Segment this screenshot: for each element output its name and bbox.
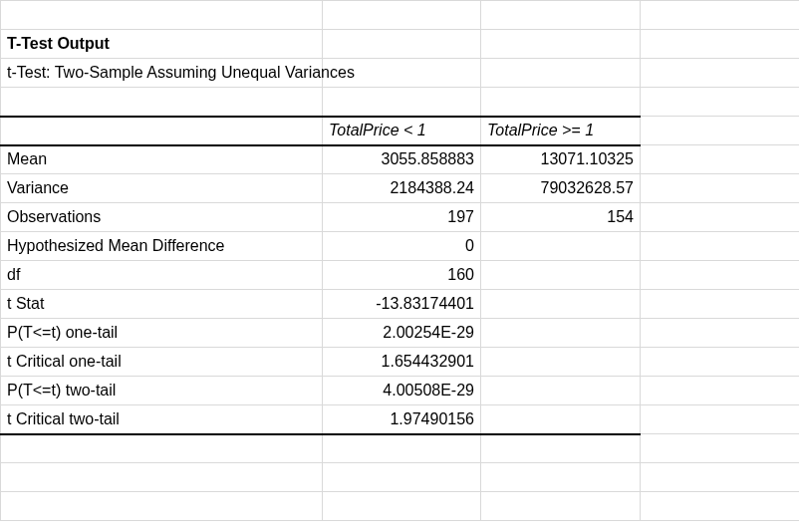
header-row: TotalPrice < 1 TotalPrice >= 1 xyxy=(1,117,800,145)
cell[interactable] xyxy=(641,174,800,203)
cell[interactable] xyxy=(641,319,800,348)
cell[interactable] xyxy=(481,30,641,59)
spreadsheet-grid: T-Test Output t-Test: Two-Sample Assumin… xyxy=(0,0,799,521)
cell[interactable] xyxy=(641,145,800,174)
cell[interactable] xyxy=(1,88,323,117)
data-row: P(T<=t) two-tail 4.00508E-29 xyxy=(1,377,800,405)
grid-row xyxy=(1,434,800,463)
value-g1[interactable]: 197 xyxy=(323,203,481,232)
cell[interactable] xyxy=(641,88,800,117)
grid-row xyxy=(1,1,800,30)
grid-row: T-Test Output xyxy=(1,30,800,59)
cell[interactable] xyxy=(481,463,641,492)
cell[interactable] xyxy=(641,261,800,290)
cell[interactable] xyxy=(481,434,641,463)
value-g2[interactable]: 13071.10325 xyxy=(481,145,641,174)
value-g1[interactable]: 0 xyxy=(323,232,481,261)
title-cell[interactable]: T-Test Output xyxy=(1,30,323,59)
grid-row: t-Test: Two-Sample Assuming Unequal Vari… xyxy=(1,59,800,88)
header-group2[interactable]: TotalPrice >= 1 xyxy=(481,117,641,145)
cell[interactable] xyxy=(323,1,481,30)
value-g1[interactable]: 1.654432901 xyxy=(323,348,481,377)
cell[interactable] xyxy=(323,88,481,117)
row-label[interactable]: df xyxy=(1,261,323,290)
value-g2[interactable] xyxy=(481,348,641,377)
grid-row xyxy=(1,463,800,492)
cell[interactable] xyxy=(641,203,800,232)
cell[interactable] xyxy=(481,1,641,30)
value-g2[interactable] xyxy=(481,319,641,348)
cell[interactable] xyxy=(641,59,800,88)
cell[interactable] xyxy=(641,30,800,59)
value-g2[interactable]: 79032628.57 xyxy=(481,174,641,203)
subtitle-cell[interactable]: t-Test: Two-Sample Assuming Unequal Vari… xyxy=(1,59,323,88)
spreadsheet-viewport: T-Test Output t-Test: Two-Sample Assumin… xyxy=(0,0,799,532)
row-label[interactable]: t Stat xyxy=(1,290,323,319)
data-row: df 160 xyxy=(1,261,800,290)
data-row: t Critical one-tail 1.654432901 xyxy=(1,348,800,377)
value-g2[interactable] xyxy=(481,232,641,261)
cell[interactable] xyxy=(641,492,800,521)
title-text: T-Test Output xyxy=(7,35,110,52)
row-label[interactable]: t Critical one-tail xyxy=(1,348,323,377)
cell[interactable] xyxy=(641,377,800,405)
data-row: Mean 3055.858883 13071.10325 xyxy=(1,145,800,174)
value-g2[interactable] xyxy=(481,405,641,434)
cell[interactable] xyxy=(641,405,800,434)
value-g2[interactable] xyxy=(481,261,641,290)
cell[interactable] xyxy=(323,463,481,492)
header-group1[interactable]: TotalPrice < 1 xyxy=(323,117,481,145)
value-g2[interactable]: 154 xyxy=(481,203,641,232)
cell[interactable] xyxy=(641,434,800,463)
data-row: t Stat -13.83174401 xyxy=(1,290,800,319)
data-row: Observations 197 154 xyxy=(1,203,800,232)
data-row: t Critical two-tail 1.97490156 xyxy=(1,405,800,434)
cell[interactable] xyxy=(1,434,323,463)
grid-row xyxy=(1,88,800,117)
cell[interactable] xyxy=(641,117,800,145)
cell[interactable] xyxy=(323,30,481,59)
row-label[interactable]: P(T<=t) two-tail xyxy=(1,377,323,405)
value-g1[interactable]: 3055.858883 xyxy=(323,145,481,174)
header-blank[interactable] xyxy=(1,117,323,145)
row-label[interactable]: Hypothesized Mean Difference xyxy=(1,232,323,261)
cell[interactable] xyxy=(641,1,800,30)
cell[interactable] xyxy=(323,492,481,521)
grid-row xyxy=(1,492,800,521)
row-label[interactable]: Mean xyxy=(1,145,323,174)
cell[interactable] xyxy=(323,434,481,463)
row-label[interactable]: P(T<=t) one-tail xyxy=(1,319,323,348)
cell[interactable] xyxy=(641,232,800,261)
data-row: P(T<=t) one-tail 2.00254E-29 xyxy=(1,319,800,348)
row-label[interactable]: Observations xyxy=(1,203,323,232)
cell[interactable] xyxy=(641,348,800,377)
cell[interactable] xyxy=(481,492,641,521)
cell[interactable] xyxy=(481,88,641,117)
cell[interactable] xyxy=(1,492,323,521)
cell[interactable] xyxy=(641,290,800,319)
cell[interactable] xyxy=(1,1,323,30)
cell[interactable] xyxy=(481,59,641,88)
value-g1[interactable]: 2.00254E-29 xyxy=(323,319,481,348)
row-label[interactable]: Variance xyxy=(1,174,323,203)
row-label[interactable]: t Critical two-tail xyxy=(1,405,323,434)
subtitle-text: t-Test: Two-Sample Assuming Unequal Vari… xyxy=(7,64,355,81)
cell[interactable] xyxy=(1,463,323,492)
value-g2[interactable] xyxy=(481,377,641,405)
value-g2[interactable] xyxy=(481,290,641,319)
data-row: Variance 2184388.24 79032628.57 xyxy=(1,174,800,203)
value-g1[interactable]: 160 xyxy=(323,261,481,290)
value-g1[interactable]: -13.83174401 xyxy=(323,290,481,319)
value-g1[interactable]: 2184388.24 xyxy=(323,174,481,203)
cell[interactable] xyxy=(641,463,800,492)
value-g1[interactable]: 1.97490156 xyxy=(323,405,481,434)
value-g1[interactable]: 4.00508E-29 xyxy=(323,377,481,405)
data-row: Hypothesized Mean Difference 0 xyxy=(1,232,800,261)
